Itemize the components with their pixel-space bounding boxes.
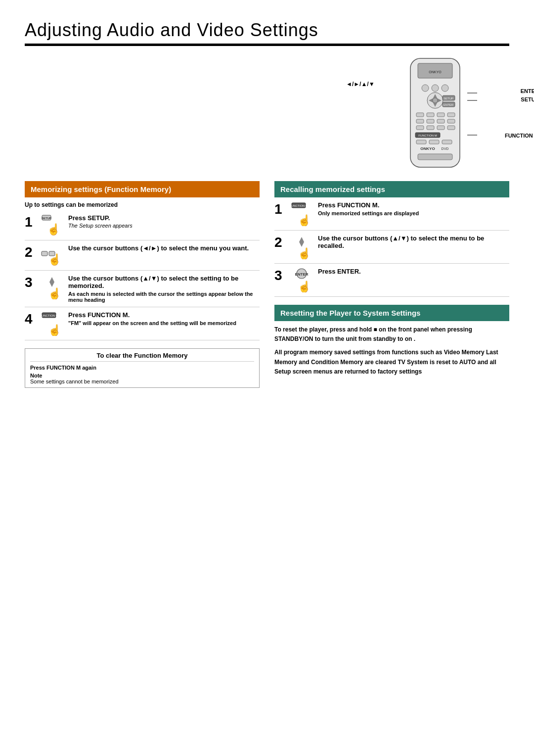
svg-marker-46 <box>49 282 54 287</box>
svg-rect-24 <box>416 126 424 130</box>
svg-rect-18 <box>437 113 445 117</box>
svg-text:FUNCTION M: FUNCTION M <box>291 204 308 207</box>
step-2-title: Use the cursor buttons (◄/►) to select t… <box>68 244 260 252</box>
step-4-row: 4 FUNCTION M ☝ Press FUNCTION M. "FM" wi… <box>25 307 260 340</box>
svg-text:SETUP: SETUP <box>42 217 51 220</box>
remote-area: ◄/►/▲/▼ ONKYO SETUP ENTER <box>25 56 509 171</box>
svg-point-11 <box>433 98 438 103</box>
connector-lines <box>467 86 534 140</box>
step-1-icon: SETUP ☝ <box>40 214 64 236</box>
svg-text:SETUP: SETUP <box>444 97 453 100</box>
recall-step-2-number: 2 <box>274 236 285 249</box>
step-1-number: 1 <box>25 215 36 229</box>
svg-rect-17 <box>427 113 434 117</box>
svg-rect-25 <box>427 126 434 130</box>
svg-rect-31 <box>429 140 439 144</box>
recall-step-2-title: Use the cursor buttons (▲/▼) to select t… <box>318 235 509 249</box>
up-to-label: Up to settings can be memorized <box>25 201 260 208</box>
reset-text1: To reset the player, press and hold ■ on… <box>274 325 509 344</box>
left-column: Memorizing settings (Function Memory) Up… <box>25 181 260 388</box>
svg-text:☝: ☝ <box>48 253 62 266</box>
title-divider <box>25 44 509 46</box>
step-1-row: 1 SETUP ☝ Press SETUP. The Setup screen … <box>25 210 260 240</box>
note-text: Some settings cannot be memorized <box>30 378 254 384</box>
svg-rect-42 <box>42 251 47 256</box>
svg-rect-27 <box>447 126 455 130</box>
recalling-header: Recalling memorized settings <box>274 181 509 197</box>
recalling-steps: 1 FUNCTION M ☝ Press FUNCTION M. Only me… <box>274 197 509 297</box>
recall-step-3-row: 3 ENTER ☝ Press ENTER. <box>274 264 509 297</box>
step-1-title: Press SETUP. <box>68 214 260 222</box>
step-3-title: Use the cursor buttons (▲/▼) to select t… <box>68 275 260 289</box>
remote-control-image: ONKYO SETUP ENTER <box>400 56 470 170</box>
recall-step-1-number: 1 <box>274 202 285 216</box>
svg-text:☝: ☝ <box>298 280 312 292</box>
step-2-content: Use the cursor buttons (◄/►) to select t… <box>68 244 260 253</box>
reset-text2: All program memory saved settings from f… <box>274 348 509 377</box>
recall-step-1-icon: FUNCTION M ☝ <box>289 201 314 226</box>
svg-text:ENTER: ENTER <box>444 103 454 106</box>
svg-text:ENTER: ENTER <box>295 272 308 277</box>
recall-step-1-title: Press FUNCTION M. <box>318 201 509 209</box>
recall-step-1-content: Press FUNCTION M. Only memorized setting… <box>318 201 509 216</box>
step-3-number: 3 <box>25 276 36 289</box>
step-2-number: 2 <box>25 245 36 259</box>
step-4-icon: FUNCTION M ☝ <box>40 311 64 336</box>
svg-rect-22 <box>437 119 445 123</box>
recall-step-3-number: 3 <box>274 269 285 283</box>
recall-step-2-row: 2 ☝ Use the cursor buttons (▲/▼) to sele… <box>274 231 509 264</box>
clear-title: To clear the Function Memory <box>30 352 254 362</box>
svg-rect-19 <box>447 113 455 117</box>
recall-step-1-row: 1 FUNCTION M ☝ Press FUNCTION M. Only me… <box>274 197 509 231</box>
right-column: Recalling memorized settings 1 FUNCTION … <box>274 181 509 388</box>
svg-rect-35 <box>418 154 452 160</box>
svg-text:☝: ☝ <box>298 247 312 259</box>
step-2-row: 2 ☝ Use the cursor buttons (◄/►) to sele… <box>25 240 260 271</box>
step-3-note: As each menu is selected with the cursor… <box>68 291 260 303</box>
step-4-title: Press FUNCTION M. <box>68 311 260 319</box>
svg-text:FUNCTION M: FUNCTION M <box>41 314 58 317</box>
recall-step-2-content: Use the cursor buttons (▲/▼) to select t… <box>318 235 509 250</box>
clear-instruction: Press FUNCTION M again <box>30 365 254 371</box>
svg-marker-45 <box>49 277 54 282</box>
step-4-number: 4 <box>25 312 36 326</box>
step-2-icon: ☝ <box>40 244 64 266</box>
svg-text:☝: ☝ <box>47 223 61 236</box>
clear-section: To clear the Function Memory Press FUNCT… <box>25 348 260 388</box>
step-3-row: 3 ☝ Use the cursor buttons (▲/▼) to sele… <box>25 271 260 307</box>
svg-text:ONKYO: ONKYO <box>420 146 435 151</box>
svg-text:FUNCTION M: FUNCTION M <box>418 134 437 137</box>
svg-rect-26 <box>437 126 445 130</box>
step-3-icon: ☝ <box>40 275 64 299</box>
reset-section: Resetting the Player to System Settings … <box>274 305 509 377</box>
step-1-sub: The Setup screen appears <box>68 223 260 229</box>
svg-marker-55 <box>299 242 304 247</box>
step-4-note: "FM" will appear on the screen and the s… <box>68 320 260 326</box>
svg-text:☝: ☝ <box>48 324 62 336</box>
step-3-content: Use the cursor buttons (▲/▼) to select t… <box>68 275 260 303</box>
step-1-content: Press SETUP. The Setup screen appears <box>68 214 260 229</box>
main-content: Memorizing settings (Function Memory) Up… <box>25 181 509 388</box>
svg-rect-23 <box>447 119 455 123</box>
svg-rect-16 <box>416 113 424 117</box>
svg-point-5 <box>442 85 448 92</box>
arrow-label: ◄/►/▲/▼ <box>346 81 375 88</box>
svg-rect-30 <box>416 140 426 144</box>
recall-step-3-content: Press ENTER. <box>318 268 509 276</box>
svg-text:☝: ☝ <box>298 214 312 226</box>
reset-header: Resetting the Player to System Settings <box>274 305 509 321</box>
svg-point-4 <box>432 85 439 92</box>
svg-marker-54 <box>299 237 304 242</box>
svg-rect-20 <box>416 119 424 123</box>
recall-step-3-icon: ENTER ☝ <box>289 268 314 292</box>
memorizing-header: Memorizing settings (Function Memory) <box>25 181 260 197</box>
step-4-content: Press FUNCTION M. "FM" will appear on th… <box>68 311 260 326</box>
note-label: Note <box>30 373 254 378</box>
svg-text:DVD: DVD <box>442 147 449 150</box>
svg-text:ONKYO: ONKYO <box>429 70 442 74</box>
svg-rect-32 <box>442 140 452 144</box>
page-header: Adjusting Audio and Video Settings <box>25 20 509 46</box>
recall-step-3-title: Press ENTER. <box>318 268 509 275</box>
recall-step-1-note: Only memorized settings are displayed <box>318 210 509 216</box>
svg-rect-21 <box>427 119 434 123</box>
